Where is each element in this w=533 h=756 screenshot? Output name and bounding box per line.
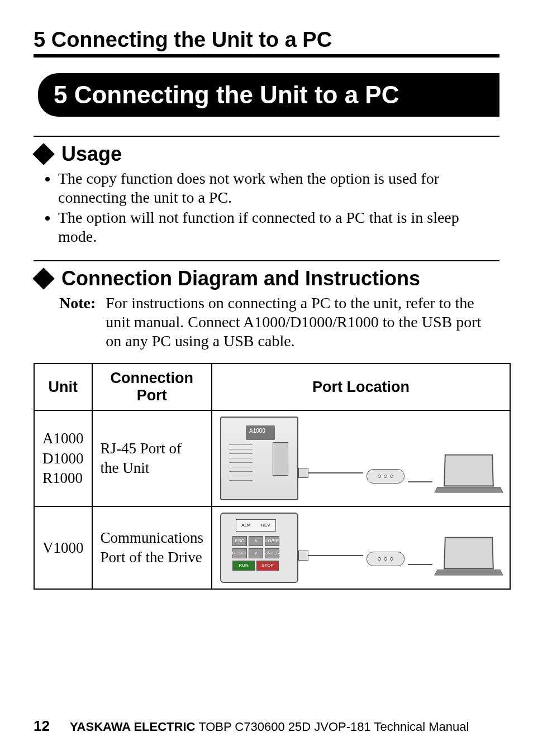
keypad-btn-esc: ESC	[232, 536, 247, 546]
note-block: Note: For instructions on connecting a P…	[34, 294, 499, 351]
col-header-unit: Unit	[34, 363, 92, 410]
page-footer: 12 YASKAWA ELECTRIC TOBP C730600 25D JVO…	[34, 717, 499, 735]
chapter-title-banner: 5 Connecting the Unit to a PC	[38, 73, 499, 117]
cable-icon	[408, 481, 432, 482]
col-header-port: Connection Port	[92, 363, 212, 410]
keypad-btn-up: ∧	[249, 536, 263, 546]
section-title: Connection Diagram and Instructions	[61, 267, 420, 290]
drive-keypad-icon: ALMREV ESC ∧ LO/RE RESET ∨ ENTER	[220, 513, 298, 583]
keypad-btn-down: ∨	[249, 548, 263, 558]
section-connection: Connection Diagram and Instructions Note…	[34, 260, 499, 590]
adapter-icon	[367, 469, 404, 484]
keypad-btn-run: RUN	[232, 561, 255, 571]
cell-diagram	[212, 410, 510, 506]
footer-doc-title: TOBP C730600 25D JVOP-181 Technical Manu…	[195, 720, 469, 734]
list-item: The option will not function if connecte…	[58, 208, 499, 246]
section-title: Usage	[61, 142, 122, 166]
table-row: A1000 D1000 R1000 RJ-45 Port of the Unit	[34, 410, 510, 506]
cable-icon	[408, 564, 432, 565]
cable-icon	[302, 549, 363, 566]
connection-diagram-a1000	[220, 417, 502, 500]
laptop-icon	[436, 537, 502, 577]
page-number: 12	[34, 717, 50, 735]
section-head: Usage	[34, 142, 499, 166]
usage-bullet-list: The copy function does not work when the…	[34, 169, 499, 247]
cell-unit: A1000 D1000 R1000	[34, 410, 92, 506]
cell-unit: V1000	[34, 506, 92, 589]
cell-diagram: ALMREV ESC ∧ LO/RE RESET ∨ ENTER	[212, 506, 510, 589]
keypad-btn-lore: LO/RE	[265, 536, 279, 546]
connection-diagram-v1000: ALMREV ESC ∧ LO/RE RESET ∨ ENTER	[220, 513, 502, 583]
connection-table: Unit Connection Port Port Location A1000…	[34, 363, 511, 590]
footer-brand: YASKAWA ELECTRIC	[70, 720, 196, 734]
running-header: 5 Connecting the Unit to a PC	[34, 28, 499, 58]
keypad-btn-enter: ENTER	[265, 548, 279, 558]
adapter-icon	[367, 552, 404, 566]
laptop-icon	[436, 454, 502, 495]
table-header-row: Unit Connection Port Port Location	[34, 363, 510, 410]
keypad-screen: ALMREV	[236, 519, 276, 532]
cell-port: Communications Port of the Drive	[92, 506, 212, 589]
section-head: Connection Diagram and Instructions	[34, 267, 499, 290]
keypad-btn-stop: STOP	[256, 561, 279, 571]
note-label: Note:	[59, 294, 96, 351]
note-text: For instructions on connecting a PC to t…	[106, 294, 499, 351]
section-usage: Usage The copy function does not work wh…	[34, 136, 499, 247]
cable-icon	[302, 467, 363, 484]
keypad-btn-reset: RESET	[232, 548, 247, 558]
diamond-bullet-icon	[32, 267, 55, 290]
footer-text: YASKAWA ELECTRIC TOBP C730600 25D JVOP-1…	[70, 720, 469, 734]
list-item: The copy function does not work when the…	[58, 169, 499, 207]
drive-unit-icon	[220, 417, 298, 500]
cell-port: RJ-45 Port of the Unit	[92, 410, 212, 506]
col-header-location: Port Location	[212, 363, 510, 410]
table-row: V1000 Communications Port of the Drive A…	[34, 506, 510, 589]
diamond-bullet-icon	[32, 143, 55, 165]
